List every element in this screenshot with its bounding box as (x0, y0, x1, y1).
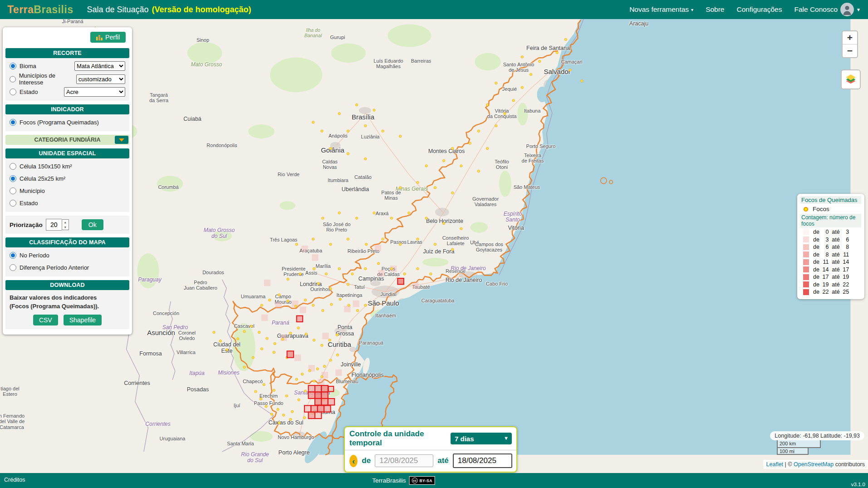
radio-celula-150x150-km[interactable] (10, 163, 16, 170)
section-header-recorte: RECORTE (5, 48, 129, 58)
radio-row-celula-25x25-km[interactable]: Célula 25x25 km² (10, 173, 125, 185)
scale-mi: 100 mi (777, 447, 809, 455)
control-sidebar-panel: Perfil RECORTE BiomaMata AtlânticaMunicí… (3, 27, 132, 335)
profile-button[interactable]: Perfil (90, 32, 126, 43)
select-bioma[interactable]: Mata Atlântica (74, 61, 125, 71)
radio-estado[interactable] (10, 200, 16, 207)
cc-by-sa-badge[interactable]: cc BY-SA (409, 476, 435, 485)
stepper-down-icon[interactable]: ▼ (62, 225, 69, 230)
radio-label-celula-150x150-km: Célula 150x150 km² (20, 163, 72, 170)
logo-terra: Terra (7, 4, 34, 15)
radio-celula-25x25-km[interactable] (10, 175, 16, 182)
download-description: Baixar valores dos indicadores (Focos (P… (10, 292, 125, 315)
top-header-bar: TerraBrasilis Sala de Situação (Versão d… (0, 0, 868, 19)
user-avatar[interactable] (840, 3, 854, 16)
temporal-title: Controle da unidade temporal (349, 429, 451, 448)
radio-no-periodo[interactable] (10, 252, 16, 259)
radio-row-focos-programa-queimadas[interactable]: Focos (Programa Queimadas) (10, 116, 125, 128)
radio-municipios-de-interesse[interactable] (10, 76, 16, 83)
profile-button-label: Perfil (105, 34, 120, 41)
radio-municipio[interactable] (10, 187, 16, 194)
bar-chart-icon (96, 35, 103, 40)
layers-control-button[interactable] (841, 69, 861, 89)
priorizacao-input[interactable] (46, 219, 62, 231)
legend-focos-label: Focos (813, 206, 829, 212)
section-header-download: DOWNLOAD (5, 280, 129, 290)
chevron-down-icon: ▾ (691, 7, 693, 12)
legend-class-row: de 6 até 8 (800, 243, 861, 251)
zoom-control: + − (842, 30, 858, 58)
radio-estado[interactable] (10, 89, 16, 95)
radio-row-diferenca-periodo-anterior[interactable]: Diferença Período Anterior (10, 261, 125, 274)
radio-row-bioma[interactable]: BiomaMata Atlântica (10, 60, 125, 72)
legend-classes: de 0 até 3de 3 até 6de 6 até 8de 8 até 1… (800, 228, 861, 296)
nav-item-fale-conosco[interactable]: Fale Conosco (794, 5, 838, 14)
leaflet-link[interactable]: Leaflet (766, 461, 784, 468)
unidade-options: Célula 150x150 km²Célula 25x25 km²Municí… (5, 158, 129, 212)
legend-class-row: de 17 até 19 (800, 273, 861, 281)
nav-item-sobre[interactable]: Sobre (706, 5, 724, 14)
temporal-dates-row: ‹ de até (345, 450, 516, 472)
radio-row-municipio[interactable]: Município (10, 185, 125, 197)
radio-row-celula-150x150-km[interactable]: Célula 150x150 km² (10, 160, 125, 173)
legend-class-range: de 19 até 22 (813, 281, 849, 288)
legend-class-range: de 0 até 3 (813, 229, 849, 235)
legend-class-row: de 14 até 17 (800, 266, 861, 274)
map-scale-control: 200 km 100 mi (777, 440, 821, 455)
avatar-caret-icon[interactable]: ▼ (856, 7, 861, 12)
radio-row-municipios-de-interesse[interactable]: Municípios de Interessecustomizado (10, 72, 125, 86)
radio-focos-programa-queimadas[interactable] (10, 119, 16, 126)
person-icon (840, 3, 854, 16)
zoom-in-button[interactable]: + (843, 31, 857, 44)
temporal-control-panel: Controle da unidade temporal 7 dias ▼ ‹ … (344, 426, 517, 473)
legend-class-row: de 19 até 22 (800, 281, 861, 289)
date-to-input[interactable] (453, 453, 512, 468)
app-version: v3.1.0 (851, 482, 865, 487)
categoria-expand-button[interactable] (115, 136, 128, 144)
select-municipios-de-interesse[interactable]: customizado (76, 74, 125, 84)
nav-item-novas-ferramentas[interactable]: Novas ferramentas▾ (629, 5, 693, 14)
legend-color-swatch (803, 274, 809, 280)
legend-class-range: de 11 até 14 (813, 259, 849, 265)
page-subtitle: (Versão de homologação) (152, 5, 251, 15)
legend-class-row: de 0 até 3 (800, 228, 861, 236)
legend-class-row: de 8 até 11 (800, 251, 861, 259)
attribution-separator: | © (783, 461, 794, 468)
select-estado[interactable]: Acre (64, 87, 125, 97)
radio-label-no-periodo: No Período (20, 252, 49, 259)
chevron-down-icon (119, 138, 124, 142)
page-title: Sala de Situação (87, 5, 148, 15)
radio-row-no-periodo[interactable]: No Período (10, 249, 125, 261)
radio-bioma[interactable] (10, 63, 16, 69)
nav-item-configuracoes[interactable]: Configurações (737, 5, 782, 14)
ok-button[interactable]: Ok (82, 219, 103, 230)
recorte-options: BiomaMata AtlânticaMunicípios de Interes… (5, 58, 129, 101)
legend-class-range: de 14 até 17 (813, 266, 849, 273)
section-header-categoria-fundiaria[interactable]: CATEGORIA FUNDIÁRIA (5, 135, 129, 145)
radio-label-focos-programa-queimadas: Focos (Programa Queimadas) (20, 119, 99, 126)
legend-class-range: de 6 até 8 (813, 244, 849, 250)
cc-icon: cc (412, 478, 417, 483)
date-from-input[interactable] (375, 454, 433, 467)
radio-label-estado: Estado (20, 89, 38, 95)
date-to-label: até (437, 456, 449, 465)
credits-link[interactable]: Créditos (4, 477, 25, 483)
period-select-wrap: 7 dias ▼ (451, 433, 512, 444)
radio-row-estado[interactable]: Estado (10, 197, 125, 209)
radio-row-estado[interactable]: EstadoAcre (10, 86, 125, 98)
radio-diferenca-periodo-anterior[interactable] (10, 264, 16, 271)
legend-color-swatch (803, 266, 809, 272)
previous-period-button[interactable]: ‹ (349, 455, 358, 467)
radio-label-municipios-de-interesse: Municípios de Interesse (19, 72, 76, 86)
footer-bar: Créditos TerraBrasilis cc BY-SA v3.1.0 (0, 473, 868, 488)
stepper-up-icon[interactable]: ▲ (62, 220, 69, 225)
terrabrasilis-logo[interactable]: TerraBrasilis (7, 4, 73, 16)
period-select[interactable]: 7 dias (451, 433, 512, 444)
openstreetmap-link[interactable]: OpenStreetMap (794, 461, 834, 468)
csv-download-button[interactable]: CSV (33, 315, 58, 325)
logo-brasilis: Brasilis (34, 4, 73, 15)
download-description-line1: Baixar valores dos indicadores (10, 294, 125, 302)
shapefile-download-button[interactable]: Shapefile (64, 315, 102, 325)
priorizacao-stepper: ▲ ▼ (62, 219, 69, 230)
zoom-out-button[interactable]: − (843, 44, 857, 57)
